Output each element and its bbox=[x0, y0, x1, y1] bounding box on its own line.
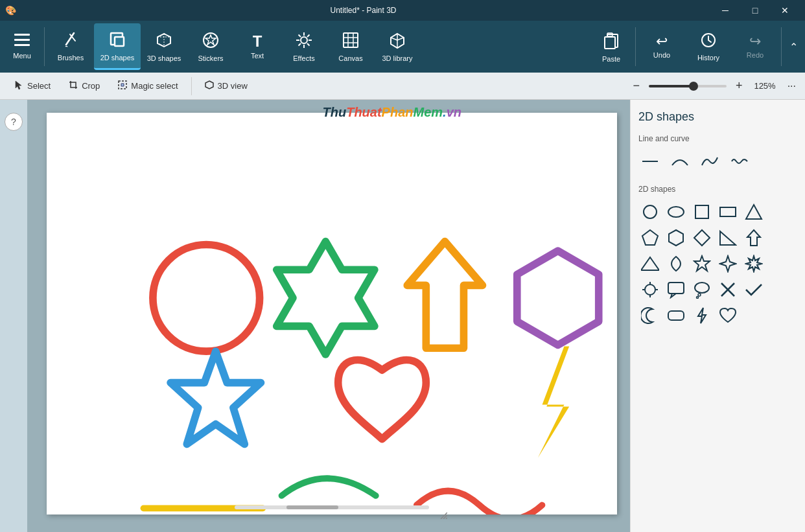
toolbar-item-redo[interactable]: ↪ Redo bbox=[732, 23, 778, 70]
toolbar-item-canvas[interactable]: Canvas bbox=[327, 23, 374, 70]
shape-crescent[interactable] bbox=[638, 304, 662, 327]
3dlibrary-icon bbox=[388, 31, 406, 52]
magic-select-label: Magic select bbox=[131, 81, 178, 91]
3dview-button[interactable]: 3D view bbox=[196, 75, 257, 97]
shape-leaf[interactable] bbox=[664, 252, 688, 275]
shape-diamond[interactable] bbox=[690, 226, 714, 249]
history-icon bbox=[700, 32, 717, 51]
toolbar: Menu Brushes 2D shapes bbox=[0, 21, 805, 73]
watermark-phan: Phan bbox=[382, 105, 414, 119]
crop-label: Crop bbox=[82, 81, 100, 91]
toolbar-item-history[interactable]: History bbox=[685, 23, 732, 70]
canvas-label: Canvas bbox=[338, 54, 362, 62]
minimize-button[interactable]: ─ bbox=[710, 0, 740, 21]
3dshapes-icon bbox=[155, 31, 173, 52]
shape-starburst[interactable] bbox=[638, 278, 662, 301]
shape-speech-bubble[interactable] bbox=[664, 278, 688, 301]
menu-label: Menu bbox=[13, 52, 31, 60]
titlebar: 🎨 Untitled* - Paint 3D ─ □ ✕ bbox=[0, 0, 805, 21]
shape-lightning[interactable] bbox=[690, 304, 714, 327]
magic-select-button[interactable]: Magic select bbox=[109, 75, 187, 97]
svg-marker-44 bbox=[720, 231, 736, 245]
shape-star-5[interactable] bbox=[690, 252, 714, 275]
history-label: History bbox=[697, 54, 719, 62]
effects-label: Effects bbox=[293, 54, 314, 62]
toolbar-collapse-button[interactable]: ⌃ bbox=[784, 23, 802, 70]
zoom-out-button[interactable]: − bbox=[629, 78, 644, 94]
crop-button[interactable]: Crop bbox=[60, 75, 109, 97]
3dlibrary-label: 3D library bbox=[382, 54, 412, 62]
watermark-thuat: Thuat bbox=[346, 105, 381, 119]
shape-scurve[interactable] bbox=[698, 150, 721, 173]
redo-icon: ↪ bbox=[749, 34, 761, 49]
toolbar-item-stickers[interactable]: Stickers bbox=[187, 23, 234, 70]
toolbar-item-menu[interactable]: Menu bbox=[3, 23, 41, 70]
svg-rect-60 bbox=[668, 311, 684, 320]
stickers-icon bbox=[202, 31, 220, 52]
shape-wave[interactable] bbox=[728, 150, 751, 173]
2dshapes-label: 2D shapes bbox=[100, 54, 135, 62]
secondary-toolbar: Select Crop Magic select 3D view − bbox=[0, 73, 805, 100]
titlebar-icon: 🎨 bbox=[5, 5, 16, 16]
shape-star-6[interactable] bbox=[742, 252, 765, 275]
select-button[interactable]: Select bbox=[5, 75, 60, 97]
brushes-icon bbox=[62, 32, 79, 51]
shape-check[interactable] bbox=[742, 278, 765, 301]
shape-heart[interactable] bbox=[716, 304, 740, 327]
shape-arc[interactable] bbox=[668, 150, 692, 173]
svg-rect-1 bbox=[14, 39, 30, 41]
toolbar-item-3dlibrary[interactable]: 3D library bbox=[374, 23, 421, 70]
svg-line-16 bbox=[299, 43, 301, 46]
close-button[interactable]: ✕ bbox=[770, 0, 800, 21]
toolbar-divider-1 bbox=[44, 27, 45, 66]
canvas-area[interactable]: ThuThuatPhanMem.vn bbox=[27, 100, 630, 532]
shape-x[interactable] bbox=[716, 278, 740, 301]
zoom-in-button[interactable]: + bbox=[732, 78, 747, 94]
maximize-button[interactable]: □ bbox=[740, 0, 770, 21]
shape-circle[interactable] bbox=[638, 200, 662, 224]
more-options-button[interactable]: ··· bbox=[784, 79, 800, 93]
shape-triangle[interactable] bbox=[742, 200, 765, 224]
svg-marker-43 bbox=[694, 230, 710, 246]
shapes-2d-grid bbox=[638, 200, 797, 327]
shape-thought-bubble[interactable] bbox=[690, 278, 714, 301]
titlebar-title: Untitled* - Paint 3D bbox=[16, 6, 710, 15]
svg-marker-42 bbox=[669, 230, 683, 246]
text-icon: T bbox=[253, 34, 262, 49]
shape-right-triangle[interactable] bbox=[716, 226, 740, 249]
shape-isosceles[interactable] bbox=[638, 252, 662, 275]
shape-rectangle[interactable] bbox=[716, 200, 740, 224]
toolbar-item-undo[interactable]: ↩ Undo bbox=[638, 23, 685, 70]
redo-label: Redo bbox=[747, 51, 764, 59]
shape-star-4[interactable] bbox=[716, 252, 740, 275]
toolbar-item-paste[interactable]: Paste bbox=[590, 23, 633, 70]
shape-line[interactable] bbox=[638, 150, 662, 173]
zoom-slider[interactable] bbox=[649, 85, 727, 87]
shape-oval[interactable] bbox=[664, 200, 688, 224]
toolbar-item-3dshapes[interactable]: 3D shapes bbox=[141, 23, 187, 70]
svg-point-8 bbox=[301, 37, 307, 43]
svg-point-57 bbox=[697, 297, 699, 299]
text-label: Text bbox=[251, 52, 264, 60]
scrollbar-thumb[interactable] bbox=[286, 505, 338, 509]
resize-handle[interactable] bbox=[438, 510, 447, 519]
shape-square[interactable] bbox=[690, 200, 714, 224]
help-button[interactable]: ? bbox=[5, 113, 23, 131]
canvas[interactable] bbox=[47, 113, 617, 515]
toolbar-item-2dshapes[interactable]: 2D shapes bbox=[94, 23, 141, 70]
brushes-label: Brushes bbox=[58, 54, 84, 62]
2dshapes-icon bbox=[108, 30, 126, 51]
svg-marker-30 bbox=[407, 242, 482, 349]
svg-point-36 bbox=[644, 205, 657, 218]
toolbar-item-effects[interactable]: Effects bbox=[281, 23, 327, 70]
panel-title: 2D shapes bbox=[638, 110, 797, 124]
canvas-horizontal-scrollbar[interactable] bbox=[235, 505, 429, 509]
toolbar-item-brushes[interactable]: Brushes bbox=[47, 23, 94, 70]
shape-hexagon[interactable] bbox=[664, 226, 688, 249]
shape-rounded-rect[interactable] bbox=[664, 304, 688, 327]
toolbar-item-text[interactable]: T Text bbox=[234, 23, 281, 70]
zoom-slider-thumb[interactable] bbox=[689, 82, 698, 91]
shape-pentagon[interactable] bbox=[638, 226, 662, 249]
shape-arrow-up[interactable] bbox=[742, 226, 765, 249]
toolbar-divider-3 bbox=[781, 27, 782, 66]
